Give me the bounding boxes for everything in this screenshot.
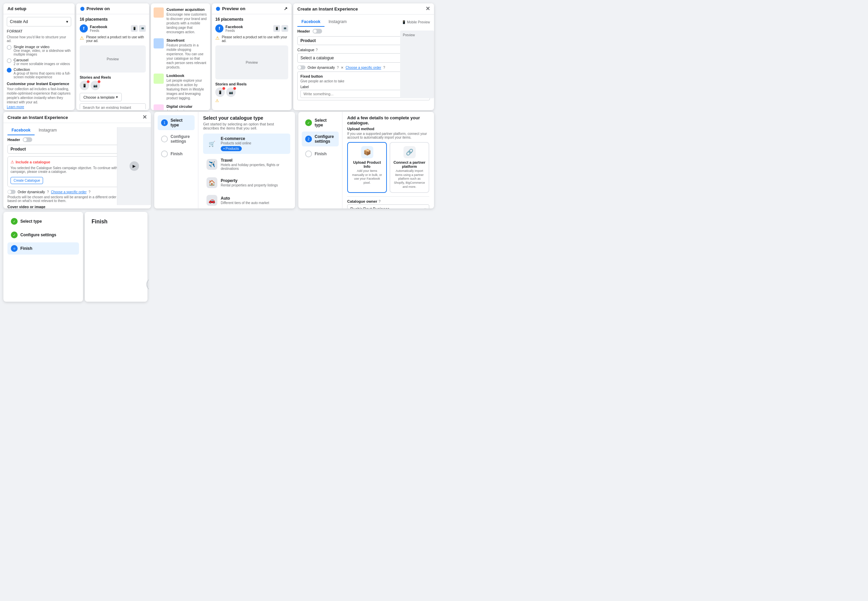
owner-select[interactable]: Ruchir Raut Business ▾ <box>347 204 429 209</box>
alert-error-icon: ⚠ <box>11 160 14 165</box>
travel-icon: ✈️ <box>206 159 217 170</box>
facebook-feeds-row: f Facebook Feeds 📱 💻 <box>80 24 146 32</box>
radio-circle-collection <box>7 68 12 73</box>
mobile-preview-badge: 📱 Mobile Preview <box>402 20 430 24</box>
configure-step-finish[interactable]: Finish <box>302 148 339 160</box>
preview-placeholder2: Preview <box>246 61 258 64</box>
choose-specific-order[interactable]: Choose a specific order <box>345 66 381 70</box>
configure-step-finish-label: Finish <box>315 151 326 156</box>
wizard-step-finish[interactable]: Finish <box>158 148 195 160</box>
upload-product-icon: 📦 <box>361 146 373 158</box>
template-title-digital: Digital circular <box>166 104 207 108</box>
choose-specific2[interactable]: Choose a specific order <box>51 190 87 194</box>
wizard-step-configure[interactable]: Configure settings <box>158 131 195 146</box>
configure-title: Add a few details to complete your catal… <box>347 115 429 125</box>
create-catalogue-btn[interactable]: Create Catalogue <box>11 177 43 184</box>
choose-template-btn2[interactable]: Choose a template ▾ <box>80 93 122 101</box>
finish-step-finish-icon: ⊙ <box>11 245 18 252</box>
finish-step-select-icon: ✓ <box>11 218 18 225</box>
instant-exp-tabs: Facebook Instagram <box>297 17 351 27</box>
mobile-preview-label: Mobile Preview <box>407 20 430 24</box>
preview2-header: Preview on ↗ <box>212 3 291 14</box>
story2-icon2: 📷 <box>226 87 236 97</box>
tab2-facebook[interactable]: Facebook <box>8 126 35 135</box>
radio-single[interactable]: Single image or video One image, video, … <box>7 45 71 56</box>
tab2-instagram[interactable]: Instagram <box>35 126 61 135</box>
preview-phone-area2: Preview <box>215 46 288 79</box>
finish-step-select-label: Select type <box>20 219 42 224</box>
radio-carousel[interactable]: Carousel 2 or more scrollable images or … <box>7 58 71 66</box>
ecommerce-sub: Products sold online <box>221 141 251 145</box>
product2-label: Product <box>11 147 26 151</box>
auto-icon: 🚗 <box>206 195 217 206</box>
configure-step-configure[interactable]: 2 Configure settings <box>302 131 339 146</box>
cat-type-ecommerce[interactable]: 🛒 E-commerce Products sold online • Prod… <box>203 134 290 154</box>
close-icon2[interactable]: ✕ <box>142 114 147 120</box>
tab-instagram[interactable]: Instagram <box>325 17 351 27</box>
cat-type-travel[interactable]: ✈️ Travel Hotels and holiday properties,… <box>203 155 290 173</box>
template-digital[interactable]: Digital circular Attract local customers… <box>151 102 210 110</box>
fb-sub: Feeds <box>90 29 107 32</box>
sm-icon2: 💻 <box>139 25 146 32</box>
travel-title: Travel <box>221 158 287 163</box>
search-box2[interactable]: Search for an existing Instant Experienc… <box>80 104 146 109</box>
cat-type-auto[interactable]: 🚗 Auto Different tiers of the auto marke… <box>203 192 290 209</box>
order-toggle[interactable] <box>297 66 305 70</box>
configure-step-select-label: Select type <box>315 118 335 127</box>
ecommerce-title: E-commerce <box>221 136 251 141</box>
wizard-step-select[interactable]: 1 Select type <box>158 115 195 130</box>
create-ad-select[interactable]: Create Ad ▾ <box>7 17 71 26</box>
select-type-sidebar: 1 Select type Configure settings Finish <box>154 112 198 209</box>
cat-type-list: 🛒 E-commerce Products sold online • Prod… <box>203 134 290 209</box>
story-warning-area: ⚠ <box>215 98 288 103</box>
learn-more-link[interactable]: Learn more <box>7 105 24 109</box>
header-toggle[interactable] <box>313 29 322 34</box>
instant-exp-header: Create an Instant Experience ✕ <box>293 3 434 15</box>
configure-main: Add a few details to complete your catal… <box>342 112 434 209</box>
stories-title: Stories and Reels <box>80 75 146 79</box>
upload-card-product[interactable]: 📦 Upload Product Info Add your items man… <box>347 142 387 193</box>
format-label: Format <box>7 29 71 33</box>
step-icon-select: 1 <box>161 119 168 126</box>
help-icon: ? <box>316 48 318 52</box>
template-thumb-storefront <box>154 38 164 49</box>
warning-area2: ⚠ Please select a product set to use wit… <box>215 35 288 43</box>
story2-icon1: 📱 <box>215 87 225 97</box>
upload-card-partner[interactable]: 🔗 Connect a partner platform Automatical… <box>390 142 429 193</box>
template-lookbook[interactable]: Lookbook Let people explore your product… <box>151 72 210 102</box>
fixed-btn-label: Fixed button <box>301 74 323 78</box>
templates-list: Customer acquisition Encourage new custo… <box>151 5 210 110</box>
owner-label-row: Catalogue owner ? <box>347 199 429 203</box>
close-icon[interactable]: ✕ <box>426 6 430 12</box>
fb-name: Facebook <box>90 25 107 29</box>
cat-type-property[interactable]: 🏠 Property Rental properties and propert… <box>203 175 290 191</box>
finish-wizard-content: ✓ Select type ✓ Configure settings ⊙ Fin… <box>3 212 83 290</box>
stories2-icons: 📱 📷 <box>215 87 288 97</box>
template-storefront[interactable]: Storefront Feature products in a mobile … <box>151 36 210 72</box>
preview-placeholder: Preview <box>107 57 119 61</box>
finish-step-configure[interactable]: ✓ Configure settings <box>8 229 79 241</box>
preview-dot <box>80 7 84 11</box>
finish-step-select[interactable]: ✓ Select type <box>8 215 79 227</box>
catalogue-alert-title: Include a catalogue <box>15 160 50 164</box>
placements-count: 16 placements <box>80 17 146 22</box>
tab-facebook[interactable]: Facebook <box>297 17 325 27</box>
radio-carousel-sub: 2 or more scrollable images or videos <box>14 62 70 66</box>
template-title-storefront: Storefront <box>166 38 207 43</box>
preview2-play: ▶ <box>117 127 151 205</box>
preview-side-content: Preview <box>400 31 434 40</box>
template-customer[interactable]: Customer acquisition Encourage new custo… <box>151 5 210 36</box>
configure-step-select[interactable]: ✓ Select type <box>302 115 339 130</box>
panel-configure-settings: ✓ Select type 2 Configure settings Finis… <box>298 112 434 209</box>
radio-collection[interactable]: Collection A group of items that opens i… <box>7 67 71 79</box>
panel-instant-exp2: Create an Instant Experience ✕ Facebook … <box>3 112 151 209</box>
configure-step-configure-label: Configure settings <box>315 134 335 144</box>
preview2-side: ▶ <box>117 127 151 205</box>
template-thumb-digital <box>154 104 164 110</box>
panel-preview2: Preview on ↗ 16 placements f Facebook Fe… <box>212 3 291 110</box>
upload-card-sub: Add your items manually or in bulk, or u… <box>351 169 383 185</box>
order2-toggle[interactable] <box>8 190 15 194</box>
header2-toggle[interactable] <box>23 137 32 142</box>
finish-icon-inner: ⊙ <box>13 247 15 250</box>
finish-step-finish[interactable]: ⊙ Finish <box>8 243 79 255</box>
